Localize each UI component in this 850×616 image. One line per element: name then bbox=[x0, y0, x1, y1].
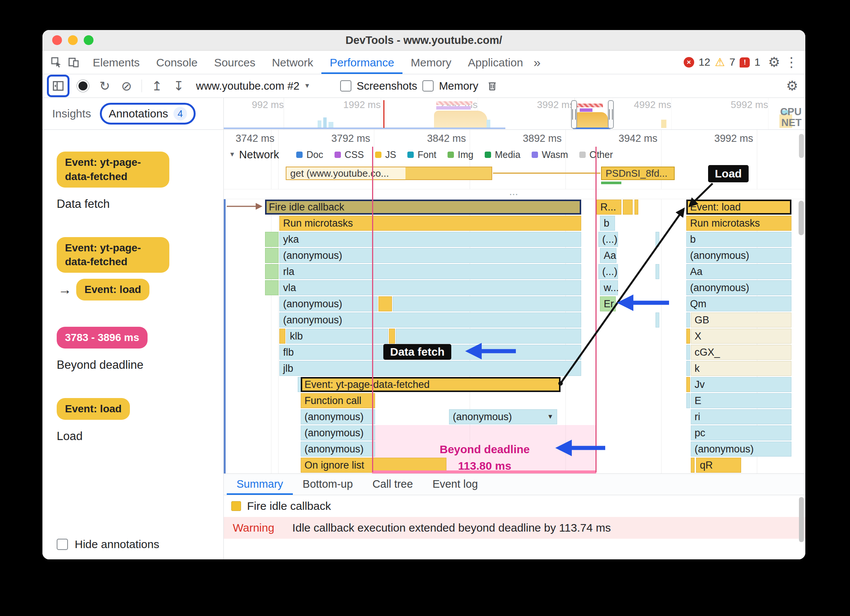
flame-bar[interactable]: b bbox=[600, 216, 615, 231]
timeline-overview[interactable]: 992 ms1992 ms2992 ms3992 ms4992 ms5992 m… bbox=[224, 98, 805, 130]
flame-bar[interactable] bbox=[656, 232, 659, 247]
memory-checkbox-box[interactable] bbox=[422, 80, 434, 92]
flame-bar[interactable] bbox=[686, 361, 690, 376]
flame-bar[interactable]: (anonymous) bbox=[279, 296, 378, 311]
reload-and-record-icon[interactable]: ↻ bbox=[96, 78, 113, 93]
flame-bar[interactable]: Event: yt-page-data-fetched bbox=[301, 377, 561, 392]
tab-call-tree[interactable]: Call tree bbox=[363, 474, 423, 495]
flame-bar[interactable]: (...) bbox=[598, 232, 618, 247]
flame-bar[interactable]: vla bbox=[279, 280, 581, 295]
annotation-pill[interactable]: Event: yt-page-data-fetched bbox=[57, 152, 169, 188]
selection-handle-right[interactable] bbox=[608, 100, 614, 129]
flame-bar[interactable]: (anonymous) bbox=[301, 409, 375, 424]
flame-bar[interactable]: Function call bbox=[301, 393, 375, 408]
tab-sources[interactable]: Sources bbox=[206, 51, 264, 74]
flame-bar[interactable]: GB bbox=[691, 313, 791, 328]
settings-gear-icon[interactable]: ⚙ bbox=[766, 54, 783, 70]
flame-bar[interactable]: Aa bbox=[600, 248, 616, 263]
network-track-label[interactable]: Network bbox=[239, 149, 279, 161]
hide-annotations-checkbox[interactable]: Hide annotations bbox=[42, 528, 223, 559]
flame-bar[interactable]: X bbox=[691, 329, 791, 344]
network-expand-icon[interactable]: ▼ bbox=[229, 151, 235, 158]
flame-bar[interactable]: pc bbox=[691, 425, 791, 440]
flame-bar[interactable] bbox=[686, 393, 690, 408]
flame-bar[interactable] bbox=[623, 200, 633, 215]
flame-bar[interactable] bbox=[396, 329, 581, 344]
flame-bar[interactable]: Event: load bbox=[686, 200, 791, 215]
flame-bar[interactable] bbox=[686, 345, 690, 360]
flame-bar[interactable]: (anonymous) bbox=[686, 280, 791, 295]
warning-icon[interactable]: ⚠ bbox=[715, 57, 725, 68]
flame-bar[interactable]: (...) bbox=[598, 264, 618, 279]
record-button[interactable] bbox=[75, 78, 91, 94]
flame-bar[interactable]: jlb bbox=[279, 361, 581, 376]
flame-bar[interactable] bbox=[691, 458, 695, 473]
flame-bar[interactable]: (anonymous) bbox=[279, 313, 581, 328]
annotation-entry-range[interactable]: 3783 - 3896 ms Beyond deadline bbox=[57, 327, 213, 372]
scrollbar-thumb[interactable] bbox=[799, 497, 804, 542]
tab-console[interactable]: Console bbox=[148, 51, 206, 74]
annotation-entry[interactable]: Event: load Load bbox=[57, 398, 213, 443]
tab-elements[interactable]: Elements bbox=[84, 51, 148, 74]
more-menu-icon[interactable]: ⋮ bbox=[783, 54, 800, 70]
flame-bar[interactable] bbox=[265, 232, 279, 247]
flame-bar[interactable] bbox=[265, 280, 279, 295]
screenshots-checkbox[interactable]: Screenshots bbox=[340, 80, 417, 92]
flame-bar[interactable]: Qm bbox=[686, 296, 791, 311]
flame-bar[interactable] bbox=[378, 296, 392, 311]
main-flame-chart[interactable]: Fire idle callbackR...Event: loadRun mic… bbox=[224, 199, 805, 473]
flame-bar[interactable] bbox=[634, 200, 638, 215]
history-select[interactable]: www.youtube.com #2 ▼ bbox=[192, 80, 335, 92]
flame-bar[interactable] bbox=[656, 313, 659, 328]
error-icon[interactable]: × bbox=[684, 57, 694, 68]
flame-bar[interactable]: Run microtasks bbox=[279, 216, 581, 231]
inspect-element-icon[interactable] bbox=[48, 54, 65, 71]
flame-bar[interactable]: k bbox=[691, 361, 791, 376]
tab-annotations[interactable]: Annotations bbox=[109, 107, 168, 120]
flame-bar[interactable]: (anonymous) bbox=[301, 442, 375, 457]
flame-bar[interactable] bbox=[686, 329, 690, 344]
tab-insights[interactable]: Insights bbox=[52, 107, 91, 120]
flame-bar[interactable]: Fire idle callback bbox=[265, 200, 581, 215]
toggle-sidebar-icon[interactable] bbox=[50, 77, 67, 95]
device-toolbar-icon[interactable] bbox=[65, 54, 82, 71]
flame-bar[interactable] bbox=[686, 313, 690, 328]
issue-icon[interactable]: ! bbox=[740, 57, 750, 68]
tab-event-log[interactable]: Event log bbox=[423, 474, 488, 495]
annotation-entry[interactable]: Event: yt-page-data-fetched Data fetch bbox=[57, 152, 213, 211]
flame-bar[interactable]: E bbox=[691, 393, 791, 408]
flame-bar[interactable] bbox=[656, 264, 659, 279]
tab-application[interactable]: Application bbox=[460, 51, 531, 74]
flame-bar[interactable]: Jv bbox=[691, 377, 791, 392]
selection-handle-left[interactable] bbox=[571, 100, 577, 129]
annotation-pill[interactable]: Event: yt-page-data-fetched bbox=[57, 237, 169, 273]
track-resizer[interactable]: ⋯ bbox=[224, 189, 805, 199]
flame-bar[interactable]: Run microtasks bbox=[686, 216, 791, 231]
flame-bar[interactable]: yka bbox=[279, 232, 581, 247]
flame-bar[interactable]: Aa bbox=[686, 264, 791, 279]
annotation-range-pill[interactable]: 3783 - 3896 ms bbox=[57, 327, 148, 349]
screenshots-checkbox-box[interactable] bbox=[340, 80, 351, 92]
hide-annotations-checkbox-box[interactable] bbox=[57, 539, 68, 550]
flame-bar[interactable] bbox=[279, 329, 285, 344]
flame-bar[interactable] bbox=[686, 377, 690, 392]
flame-bar[interactable]: qR bbox=[696, 458, 741, 473]
flame-bar[interactable] bbox=[393, 296, 581, 311]
memory-checkbox[interactable]: Memory bbox=[422, 80, 478, 92]
flame-bar[interactable]: (anonymous) bbox=[691, 442, 791, 457]
upload-profile-icon[interactable]: ↥ bbox=[149, 78, 165, 93]
flame-bar[interactable]: rla bbox=[279, 264, 581, 279]
flame-bar[interactable]: ri bbox=[691, 409, 791, 424]
flame-bar[interactable]: Er bbox=[600, 296, 616, 311]
flame-bar[interactable] bbox=[265, 264, 279, 279]
tab-summary[interactable]: Summary bbox=[227, 474, 293, 495]
network-request[interactable]: PSDnSI_8fd... bbox=[601, 167, 675, 180]
annotation-entry-link[interactable]: Event: yt-page-data-fetched → Event: loa… bbox=[57, 237, 213, 300]
download-profile-icon[interactable]: ↧ bbox=[170, 78, 187, 93]
network-request[interactable]: get (www.youtube.co... bbox=[286, 167, 492, 180]
flame-bar[interactable]: (anonymous) bbox=[279, 248, 581, 263]
flame-bar[interactable] bbox=[389, 329, 395, 344]
capture-settings-gear-icon[interactable]: ⚙ bbox=[784, 78, 801, 94]
tab-bottom-up[interactable]: Bottom-up bbox=[293, 474, 363, 495]
annotation-pill[interactable]: Event: load bbox=[57, 398, 130, 420]
